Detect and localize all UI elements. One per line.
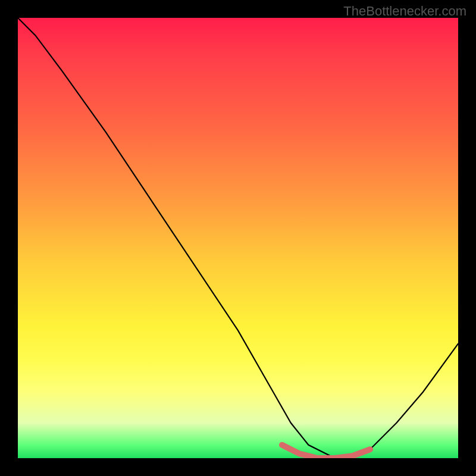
main-curve-path [18, 18, 458, 458]
watermark-text: TheBottlenecker.com [343, 4, 466, 19]
chart-plot-area [18, 18, 458, 458]
green-band-path [282, 445, 370, 458]
chart-svg [18, 18, 458, 458]
